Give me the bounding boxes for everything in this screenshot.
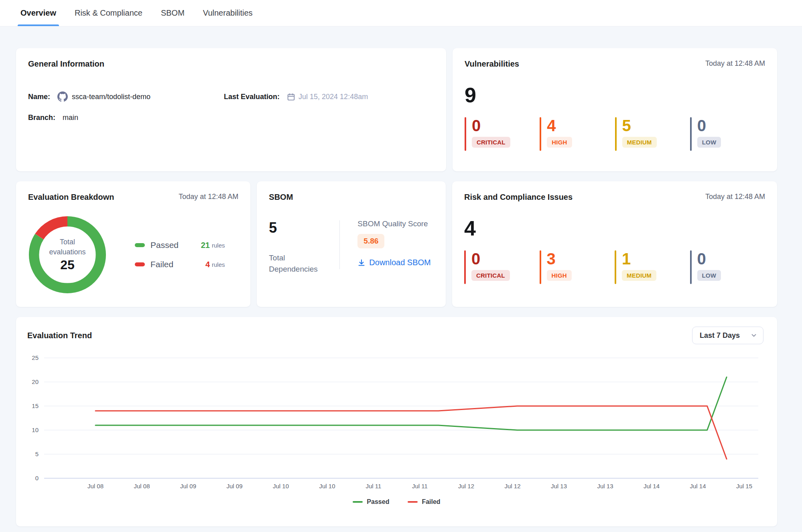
vulnerabilities-card: Vulnerabilities Today at 12:48 AM 9 0CRI…: [453, 48, 777, 171]
y-axis-label-15: 15: [32, 402, 39, 409]
branch-value: main: [63, 114, 78, 122]
x-axis-label-14: Jul 15: [736, 483, 752, 489]
evaluation-breakdown-updated-timestamp: Today at 12:48 AM: [179, 193, 238, 201]
severity-item-high: 3HIGH: [540, 250, 615, 284]
severity-item-low: 0LOW: [690, 250, 765, 284]
calendar-icon: [287, 93, 295, 101]
x-axis-label-6: Jul 11: [366, 483, 382, 489]
donut-center-label: Total evaluations: [43, 237, 91, 257]
legend-label: Passed: [367, 498, 389, 506]
y-axis-label-10: 10: [32, 426, 39, 433]
severity-bar: [540, 250, 541, 284]
branch-label: Branch:: [28, 114, 55, 122]
severity-item-medium: 5MEDIUM: [615, 117, 690, 151]
x-axis-label-4: Jul 10: [273, 483, 289, 489]
repo-name-row: Name: ssca-team/todolist-demo: [28, 91, 224, 102]
evaluation-trend-card: 0510152025Jul 08Jul 08Jul 09Jul 09Jul 10…: [16, 317, 777, 526]
severity-count: 5: [622, 117, 657, 134]
name-label: Name:: [28, 93, 50, 101]
x-axis-label-9: Jul 12: [504, 483, 520, 489]
tab-overview[interactable]: Overview: [19, 0, 57, 26]
x-axis-label-13: Jul 14: [690, 483, 706, 489]
x-axis-label-3: Jul 09: [226, 483, 242, 489]
evaluation-breakdown-card: Evaluation Breakdown Today at 12:48 AM T…: [16, 181, 250, 307]
last-evaluation-row: Last Evaluation: Jul 15, 2024 12:48am: [224, 91, 434, 102]
severity-item-medium: 1MEDIUM: [615, 250, 690, 284]
x-axis-label-7: Jul 11: [412, 483, 428, 489]
severity-badge: MEDIUM: [622, 270, 656, 281]
severity-count: 1: [622, 250, 656, 267]
donut-center-value: 25: [60, 258, 75, 272]
severity-badge: LOW: [697, 270, 721, 281]
risk-severity-row: 0CRITICAL3HIGH1MEDIUM0LOW: [464, 250, 765, 284]
vulnerabilities-title: Vulnerabilities: [465, 59, 519, 69]
download-sbom-link[interactable]: Download SBOM: [357, 258, 430, 267]
severity-badge: CRITICAL: [472, 137, 510, 148]
last-evaluation-label: Last Evaluation:: [224, 93, 280, 101]
evaluation-trend-title: Evaluation Trend: [27, 331, 92, 340]
x-axis-label-0: Jul 08: [87, 483, 104, 489]
severity-item-critical: 0CRITICAL: [464, 250, 540, 284]
trend-legend-failed: Failed: [408, 498, 440, 506]
repo-name-value: ssca-team/todolist-demo: [72, 93, 150, 101]
severity-count: 0: [697, 117, 721, 134]
severity-bar: [615, 117, 617, 151]
general-information-title: General Information: [28, 59, 104, 69]
severity-badge: HIGH: [547, 270, 572, 281]
legend-unit: rules: [212, 261, 225, 268]
sbom-divider: [339, 220, 340, 269]
vulnerabilities-updated-timestamp: Today at 12:48 AM: [705, 59, 765, 68]
severity-item-low: 0LOW: [690, 117, 765, 151]
legend-dash-icon: [353, 501, 363, 503]
severity-count: 0: [471, 250, 510, 267]
severity-bar: [464, 250, 466, 284]
total-dependencies-value: 5: [269, 219, 339, 236]
risk-compliance-updated-timestamp: Today at 12:48 AM: [705, 193, 765, 201]
x-axis-label-12: Jul 14: [644, 483, 660, 489]
legend-name: Failed: [150, 260, 198, 269]
chevron-down-icon: [750, 332, 757, 339]
severity-count: 0: [472, 117, 510, 134]
y-axis-label-5: 5: [35, 451, 39, 457]
legend-unit: rules: [212, 242, 225, 249]
risk-compliance-total: 4: [464, 217, 765, 240]
y-axis-label-20: 20: [32, 378, 39, 385]
date-range-dropdown[interactable]: Last 7 Days: [692, 327, 763, 344]
severity-badge: CRITICAL: [471, 270, 510, 281]
trend-legend: PassedFailed: [16, 498, 777, 506]
legend-label: Failed: [422, 498, 440, 506]
breakdown-legend: Passed21rulesFailed4rules: [135, 240, 225, 269]
tab-sbom[interactable]: SBOM: [160, 0, 186, 26]
x-axis-label-10: Jul 13: [551, 483, 567, 489]
tab-risk-compliance[interactable]: Risk & Compliance: [73, 0, 144, 26]
severity-bar: [690, 117, 692, 151]
legend-count: 4: [198, 260, 210, 269]
vulnerabilities-total: 9: [465, 84, 765, 107]
severity-badge: LOW: [697, 137, 721, 148]
evaluation-trend-chart: 0510152025Jul 08Jul 08Jul 09Jul 09Jul 10…: [16, 317, 777, 506]
severity-bar: [615, 250, 616, 284]
github-icon: [57, 91, 68, 102]
branch-row: Branch: main: [28, 112, 224, 123]
evaluations-donut-chart: Total evaluations 25: [28, 215, 107, 294]
severity-item-critical: 0CRITICAL: [465, 117, 540, 151]
sbom-card: SBOM 5 Total Dependencies SBOM Quality S…: [257, 181, 446, 307]
x-axis-label-8: Jul 12: [458, 483, 474, 489]
vulnerabilities-severity-row: 0CRITICAL4HIGH5MEDIUM0LOW: [465, 117, 765, 151]
last-evaluation-value: Jul 15, 2024 12:48am: [298, 93, 368, 101]
legend-name: Passed: [150, 240, 198, 250]
x-axis-label-11: Jul 13: [597, 483, 613, 489]
risk-compliance-card: Risk and Compliance Issues Today at 12:4…: [452, 181, 777, 307]
trend-legend-passed: Passed: [353, 498, 389, 506]
tab-vulnerabilities[interactable]: Vulnerabilities: [202, 0, 254, 26]
legend-pill-icon: [135, 262, 145, 266]
y-axis-label-25: 25: [32, 354, 39, 361]
legend-count: 21: [198, 241, 210, 250]
sbom-title: SBOM: [269, 193, 293, 202]
severity-badge: MEDIUM: [622, 137, 657, 148]
tab-bar: OverviewRisk & ComplianceSBOMVulnerabili…: [0, 0, 802, 26]
x-axis-label-5: Jul 10: [319, 483, 335, 489]
y-axis-label-0: 0: [35, 475, 39, 481]
x-axis-label-2: Jul 09: [180, 483, 196, 489]
severity-count: 4: [547, 117, 572, 134]
